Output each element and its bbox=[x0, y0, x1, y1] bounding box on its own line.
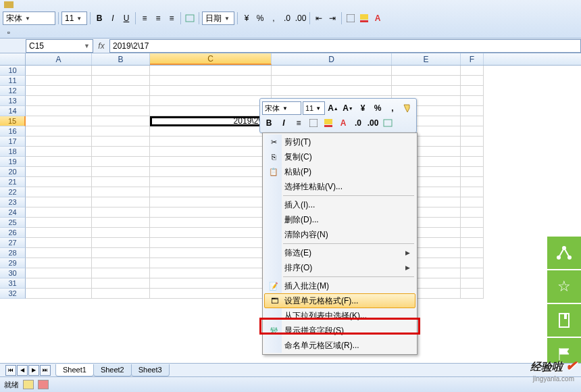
row-header-11[interactable]: 11 bbox=[0, 76, 26, 86]
formula-bar[interactable]: 2019\2\17 bbox=[109, 39, 581, 53]
row-header-13[interactable]: 13 bbox=[0, 96, 26, 106]
cell-B28[interactable] bbox=[92, 248, 150, 258]
mini-decrease-decimal[interactable]: .0 bbox=[351, 116, 365, 130]
cell-F12[interactable] bbox=[461, 86, 484, 96]
cell-C18[interactable] bbox=[150, 147, 272, 157]
align-right-button[interactable]: ≡ bbox=[166, 12, 178, 24]
indent-increase-button[interactable]: ⇥ bbox=[326, 12, 338, 24]
mini-increase-decimal[interactable]: .00 bbox=[366, 116, 380, 130]
ctx-filter[interactable]: 筛选(E)▶ bbox=[264, 245, 415, 260]
col-header-B[interactable]: B bbox=[92, 53, 150, 65]
mini-percent[interactable]: % bbox=[371, 101, 384, 115]
cell-F18[interactable] bbox=[461, 147, 484, 157]
cell-E12[interactable] bbox=[392, 86, 461, 96]
cell-C16[interactable] bbox=[150, 126, 272, 137]
cell-C21[interactable] bbox=[150, 177, 272, 187]
row-header-29[interactable]: 29 bbox=[0, 258, 26, 268]
cell-C28[interactable] bbox=[150, 248, 272, 258]
mini-fill-color[interactable] bbox=[322, 116, 335, 130]
row-header-21[interactable]: 21 bbox=[0, 177, 26, 187]
cell-A24[interactable] bbox=[26, 207, 92, 218]
cell-B11[interactable] bbox=[92, 76, 150, 86]
cell-B18[interactable] bbox=[92, 147, 150, 157]
ctx-dropdown-list[interactable]: 从下拉列表中选择(K)... bbox=[264, 308, 415, 323]
cell-C15[interactable]: 2019\2\17 bbox=[150, 116, 272, 126]
cell-A32[interactable] bbox=[26, 289, 92, 299]
cell-A20[interactable] bbox=[26, 167, 92, 177]
cell-A26[interactable] bbox=[26, 228, 92, 238]
ctx-insert-comment[interactable]: 📝插入批注(M) bbox=[264, 278, 415, 293]
mini-grow-font[interactable]: A▲ bbox=[326, 101, 340, 115]
name-box[interactable]: C15 ▼ bbox=[26, 39, 93, 53]
toolbar-generic-icon[interactable]: ▫ bbox=[3, 26, 15, 39]
row-header-16[interactable]: 16 bbox=[0, 126, 26, 137]
cell-F16[interactable] bbox=[461, 126, 484, 137]
mini-merge[interactable] bbox=[381, 116, 395, 130]
cell-B27[interactable] bbox=[92, 238, 150, 248]
currency-button[interactable]: ¥ bbox=[241, 12, 253, 24]
ctx-insert[interactable]: 插入(I)... bbox=[264, 197, 415, 212]
ctx-cut[interactable]: ✂剪切(T) bbox=[264, 134, 415, 149]
ctx-clear[interactable]: 清除内容(N) bbox=[264, 227, 415, 242]
cell-B32[interactable] bbox=[92, 289, 150, 299]
cell-C12[interactable] bbox=[150, 86, 272, 96]
row-header-27[interactable]: 27 bbox=[0, 238, 26, 248]
row-header-17[interactable]: 17 bbox=[0, 137, 26, 147]
mini-font-size[interactable]: 11▼ bbox=[303, 101, 325, 115]
row-header-28[interactable]: 28 bbox=[0, 248, 26, 258]
font-size-dropdown[interactable]: 11 ▼ bbox=[61, 11, 87, 25]
row-header-18[interactable]: 18 bbox=[0, 147, 26, 157]
ctx-sort[interactable]: 排序(O)▶ bbox=[264, 260, 415, 275]
cell-A19[interactable] bbox=[26, 157, 92, 167]
ctx-phonetic[interactable]: 變显示拼音字段(S) bbox=[264, 323, 415, 338]
tab-sheet2[interactable]: Sheet2 bbox=[93, 364, 132, 376]
cell-A14[interactable] bbox=[26, 106, 92, 116]
cell-E11[interactable] bbox=[392, 76, 461, 86]
cell-B20[interactable] bbox=[92, 167, 150, 177]
font-name-dropdown[interactable]: 宋体 ▼ bbox=[3, 11, 55, 25]
cell-B29[interactable] bbox=[92, 258, 150, 268]
align-center-button[interactable]: ≡ bbox=[152, 12, 164, 24]
row-header-22[interactable]: 22 bbox=[0, 187, 26, 197]
mini-borders[interactable] bbox=[307, 116, 320, 130]
row-header-19[interactable]: 19 bbox=[0, 157, 26, 167]
tab-nav-last[interactable]: ⏭ bbox=[40, 365, 51, 376]
mini-align[interactable]: ≡ bbox=[292, 116, 305, 130]
number-format-dropdown[interactable]: 日期 ▼ bbox=[202, 11, 234, 25]
tab-nav-prev[interactable]: ◀ bbox=[17, 365, 28, 376]
cell-A12[interactable] bbox=[26, 86, 92, 96]
toolbar-generic-icon[interactable] bbox=[3, 0, 15, 9]
row-header-12[interactable]: 12 bbox=[0, 86, 26, 96]
percent-button[interactable]: % bbox=[254, 12, 266, 24]
indent-decrease-button[interactable]: ⇤ bbox=[313, 12, 325, 24]
font-color-button[interactable]: A bbox=[372, 12, 384, 24]
cell-B12[interactable] bbox=[92, 86, 150, 96]
cell-C30[interactable] bbox=[150, 268, 272, 278]
mini-comma[interactable]: , bbox=[386, 101, 399, 115]
mini-bold[interactable]: B bbox=[262, 116, 276, 130]
cell-A29[interactable] bbox=[26, 258, 92, 268]
cell-F23[interactable] bbox=[461, 197, 484, 207]
side-star-icon[interactable]: ☆ bbox=[547, 270, 581, 303]
cell-A25[interactable] bbox=[26, 218, 92, 228]
mini-italic[interactable]: I bbox=[277, 116, 290, 130]
cell-F11[interactable] bbox=[461, 76, 484, 86]
underline-button[interactable]: U bbox=[120, 12, 132, 24]
ctx-name-range[interactable]: 命名单元格区域(R)... bbox=[264, 338, 415, 353]
comma-button[interactable]: , bbox=[268, 12, 280, 24]
cell-B16[interactable] bbox=[92, 126, 150, 137]
select-all-corner[interactable] bbox=[0, 53, 26, 65]
cell-B23[interactable] bbox=[92, 197, 150, 207]
cell-A22[interactable] bbox=[26, 187, 92, 197]
row-header-31[interactable]: 31 bbox=[0, 278, 26, 289]
cell-C13[interactable] bbox=[150, 96, 272, 106]
cell-D11[interactable] bbox=[272, 76, 392, 86]
cell-B10[interactable] bbox=[92, 66, 150, 76]
cell-C17[interactable] bbox=[150, 137, 272, 147]
side-bookmark-icon[interactable] bbox=[547, 304, 581, 337]
cell-B22[interactable] bbox=[92, 187, 150, 197]
borders-button[interactable] bbox=[345, 12, 357, 24]
cell-C10[interactable] bbox=[150, 66, 272, 76]
cell-A28[interactable] bbox=[26, 248, 92, 258]
cell-A23[interactable] bbox=[26, 197, 92, 207]
